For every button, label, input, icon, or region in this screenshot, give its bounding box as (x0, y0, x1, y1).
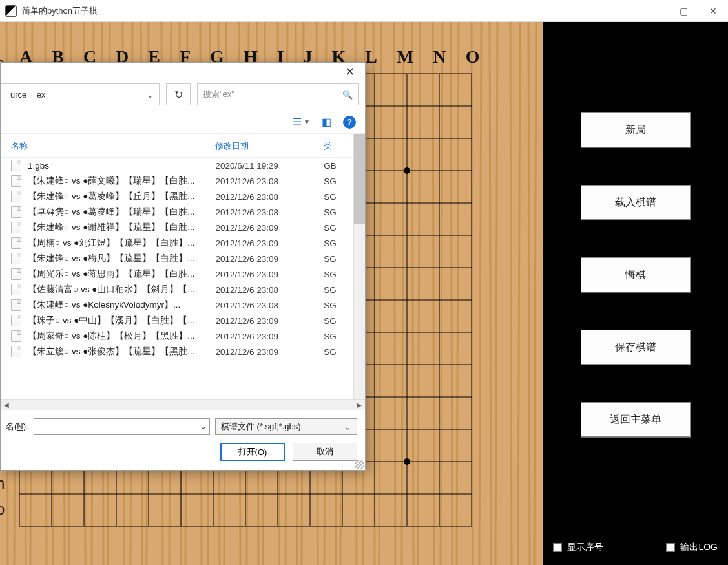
save-record-button[interactable]: 保存棋谱 (581, 330, 691, 365)
back-main-button[interactable]: 返回主菜单 (581, 402, 691, 437)
breadcrumb[interactable]: urce › ex ⌄ (1, 83, 160, 105)
file-type: SG (324, 347, 343, 357)
filename-input[interactable]: ⌄ (34, 418, 210, 435)
close-button[interactable]: ✕ (698, 0, 728, 22)
file-date: 2012/12/6 23:09 (215, 239, 324, 248)
file-type: SG (324, 254, 343, 264)
file-date: 2012/12/6 23:09 (215, 347, 324, 357)
search-placeholder: 搜索"ex" (203, 89, 234, 100)
file-name: 【卓粦隽○ vs ●葛凌峰】【瑞星】【白胜... (28, 206, 215, 218)
minimize-button[interactable]: — (639, 0, 669, 22)
scroll-right-icon[interactable]: ▶ (355, 401, 364, 410)
output-log-checkbox[interactable]: 输出LOG (666, 542, 718, 553)
file-type: SG (324, 176, 343, 186)
file-date: 2012/12/6 23:08 (215, 176, 324, 186)
dialog-close-button[interactable]: ✕ (341, 65, 359, 78)
svg-point-32 (404, 458, 410, 465)
window-title: 简单的python五子棋 (22, 5, 98, 17)
help-icon[interactable]: ? (343, 116, 356, 129)
file-name: 【佐藤清富○ vs ●山口釉水】【斜月】【... (28, 284, 215, 295)
file-row[interactable]: 【佐藤清富○ vs ●山口釉水】【斜月】【...2012/12/6 23:08S… (1, 282, 353, 297)
file-icon (11, 299, 21, 311)
open-button[interactable]: 打开(O) (220, 443, 285, 461)
preview-pane-button[interactable]: ◧ (322, 116, 331, 128)
file-name: 【朱建锋○ vs ●薛文曦】【瑞星】【白胜... (28, 175, 215, 187)
svg-point-31 (404, 167, 410, 174)
scroll-left-icon[interactable]: ◀ (2, 401, 11, 410)
search-input[interactable]: 搜索"ex" 🔍 (197, 83, 359, 105)
file-type: SG (324, 270, 343, 279)
filetype-value: 棋谱文件 (*.sgf;*.gbs) (221, 421, 301, 432)
file-type: SG (324, 316, 343, 326)
filename-label: 名(N): (6, 421, 28, 432)
file-icon (11, 191, 21, 202)
file-name: 【朱建锋○ vs ●梅凡】【疏星】【白胜】... (28, 253, 215, 264)
file-name: 【朱建峰○ vs ●KolesnykVolodymyr】... (28, 299, 215, 311)
file-date: 2012/12/6 23:09 (215, 332, 324, 341)
file-date: 2012/12/6 23:08 (215, 192, 324, 202)
file-icon (11, 175, 21, 187)
file-name: 【周光乐○ vs ●蒋思雨】【疏星】【白胜... (28, 268, 215, 280)
search-icon: 🔍 (342, 90, 353, 100)
file-type: SG (324, 192, 343, 202)
file-icon (11, 268, 21, 280)
breadcrumb-segment[interactable]: urce (6, 90, 30, 100)
file-name: 【朱建锋○ vs ●葛凌峰】【丘月】【黑胜... (28, 191, 215, 202)
file-row[interactable]: 【珠子○ vs ●中山】【溪月】【白胜】【...2012/12/6 23:09S… (1, 313, 353, 328)
window-controls: — ▢ ✕ (639, 0, 728, 22)
file-icon (11, 330, 21, 342)
chevron-down-icon[interactable]: ⌄ (200, 421, 207, 431)
file-row[interactable]: 【朱建峰○ vs ●KolesnykVolodymyr】...2012/12/6… (1, 297, 353, 313)
file-date: 2012/12/6 23:08 (215, 301, 324, 310)
file-row[interactable]: 【朱立簇○ vs ●张俊杰】【疏星】【黑胜...2012/12/6 23:09S… (1, 344, 353, 359)
file-row[interactable]: 【周光乐○ vs ●蒋思雨】【疏星】【白胜...2012/12/6 23:09S… (1, 266, 353, 282)
file-row[interactable]: 【朱建锋○ vs ●梅凡】【疏星】【白胜】...2012/12/6 23:09S… (1, 251, 353, 266)
file-name: 【朱建峰○ vs ●谢维祥】【疏星】【白胜... (28, 222, 215, 233)
view-mode-button[interactable]: ☰ ▼ (293, 116, 310, 128)
file-row[interactable]: 【卓粦隽○ vs ●葛凌峰】【瑞星】【白胜...2012/12/6 23:08S… (1, 204, 353, 220)
file-type: SG (324, 239, 343, 248)
titlebar: 简单的python五子棋 — ▢ ✕ (0, 0, 728, 22)
file-date: 2020/6/11 19:29 (215, 161, 324, 171)
refresh-button[interactable]: ↻ (166, 83, 191, 105)
file-row[interactable]: 【周家奇○ vs ●陈柱】【松月】【黑胜】...2012/12/6 23:09S… (1, 328, 353, 344)
chevron-down-icon[interactable]: ⌄ (147, 90, 154, 100)
file-date: 2012/12/6 23:09 (215, 316, 324, 326)
undo-button[interactable]: 悔棋 (581, 257, 691, 292)
file-icon (11, 315, 21, 326)
breadcrumb-segment[interactable]: ex (33, 90, 50, 100)
file-row[interactable]: 【朱建锋○ vs ●薛文曦】【瑞星】【白胜...2012/12/6 23:08S… (1, 173, 353, 189)
list-headers[interactable]: 名称 修改日期 类 (1, 134, 353, 158)
file-type: SG (324, 301, 343, 310)
filetype-select[interactable]: 棋谱文件 (*.sgf;*.gbs) ⌄ (215, 418, 357, 435)
resize-grip-icon[interactable] (355, 460, 364, 469)
file-icon (11, 160, 21, 171)
dialog-toolbar: ☰ ▼ ◧ ? (1, 111, 365, 134)
file-type: SG (324, 332, 343, 341)
file-type: SG (324, 223, 343, 233)
file-name: 【珠子○ vs ●中山】【溪月】【白胜】【... (28, 315, 215, 326)
scrollbar-thumb[interactable] (354, 134, 365, 224)
load-record-button[interactable]: 载入棋谱 (581, 185, 691, 220)
file-date: 2012/12/6 23:08 (215, 285, 324, 295)
chevron-down-icon: ⌄ (344, 422, 351, 432)
file-row[interactable]: 【周楠○ vs ●刘江煜】【疏星】【白胜】...2012/12/6 23:09S… (1, 235, 353, 251)
file-date: 2012/12/6 23:09 (215, 223, 324, 233)
header-type[interactable]: 类 (324, 140, 343, 152)
file-icon (11, 206, 21, 218)
show-order-label: 显示序号 (567, 542, 603, 553)
app-icon (5, 5, 17, 17)
new-game-button[interactable]: 新局 (581, 112, 691, 147)
horizontal-scrollbar[interactable]: ◀ ▶ (1, 399, 365, 410)
maximize-button[interactable]: ▢ (669, 0, 698, 22)
header-name[interactable]: 名称 (11, 140, 215, 152)
cancel-button[interactable]: 取消 (293, 443, 357, 461)
file-row[interactable]: 【朱建锋○ vs ●葛凌峰】【丘月】【黑胜...2012/12/6 23:08S… (1, 189, 353, 204)
checkbox-icon (553, 543, 562, 552)
show-order-checkbox[interactable]: 显示序号 (553, 542, 603, 553)
file-type: SG (324, 208, 343, 217)
file-row[interactable]: 【朱建峰○ vs ●谢维祥】【疏星】【白胜...2012/12/6 23:09S… (1, 220, 353, 235)
file-row[interactable]: 1.gbs2020/6/11 19:29GB (1, 158, 353, 173)
vertical-scrollbar[interactable] (353, 134, 365, 399)
header-date[interactable]: 修改日期 (215, 140, 324, 152)
